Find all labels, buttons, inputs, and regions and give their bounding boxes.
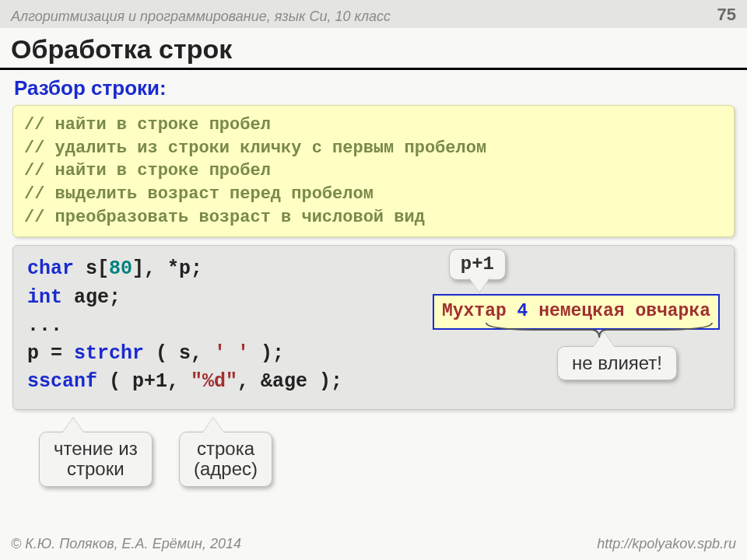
- comment-block: // найти в строке пробел // удалить из с…: [12, 105, 735, 237]
- comment-line: // найти в строке пробел: [24, 114, 723, 137]
- callout-tail: [468, 277, 490, 292]
- slide-header: Алгоритмизация и программирование, язык …: [0, 0, 747, 28]
- callout-tail: [202, 418, 224, 433]
- comment-line: // выделить возраст перед пробелом: [24, 183, 723, 206]
- course-title: Алгоритмизация и программирование, язык …: [11, 9, 391, 25]
- callout-no-effect: не влияет!: [557, 346, 677, 380]
- page-number: 75: [717, 5, 736, 25]
- callout-string-address: строка (адрес): [179, 432, 272, 487]
- code-line: char s[80], *p;: [27, 255, 720, 283]
- callout-p-plus-1: p+1: [449, 249, 506, 280]
- footer-url: http://kpolyakov.spb.ru: [597, 536, 736, 552]
- callout-read-from-string: чтение из строки: [39, 432, 153, 487]
- comment-line: // преобразовать возраст в числовой вид: [24, 206, 723, 229]
- callout-tail: [593, 332, 615, 348]
- callout-tail: [62, 418, 84, 433]
- slide-title: Обработка строк: [0, 28, 747, 70]
- comment-line: // удалить из строки кличку с первым про…: [24, 137, 723, 160]
- slide-footer: © К.Ю. Поляков, Е.А. Ерёмин, 2014 http:/…: [11, 536, 736, 552]
- slide-subtitle: Разбор строки:: [0, 75, 747, 105]
- comment-line: // найти в строке пробел: [24, 159, 723, 183]
- footer-authors: © К.Ю. Поляков, Е.А. Ерёмин, 2014: [11, 536, 241, 552]
